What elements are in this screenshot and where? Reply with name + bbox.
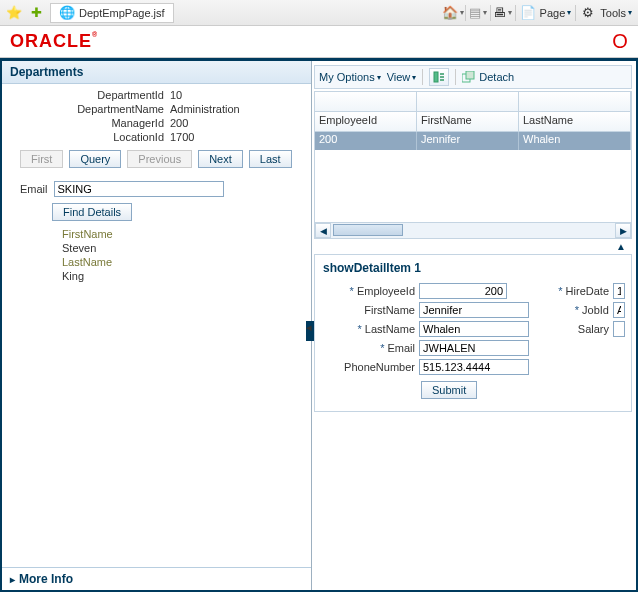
scroll-thumb[interactable] — [333, 224, 403, 236]
scroll-right-icon[interactable]: ▶ — [615, 223, 631, 238]
browser-tab[interactable]: 🌐 DeptEmpPage.jsf — [50, 3, 174, 23]
detach-button[interactable]: Detach — [462, 71, 514, 83]
o-icon: O — [612, 34, 628, 50]
splitter-handle[interactable]: ◂ — [306, 321, 314, 341]
col-last-name[interactable]: LastName — [519, 112, 631, 131]
oracle-logo: ORACLE® — [10, 31, 98, 52]
detail-panel: showDetailItem 1 EmployeeId HireDate Fir… — [314, 254, 632, 412]
email-label-d: Email — [321, 342, 415, 354]
view-menu[interactable]: View — [387, 71, 417, 83]
email-input[interactable] — [54, 181, 224, 197]
firstname-label: FirstName — [2, 227, 311, 241]
collapse-icon[interactable]: ▲ — [314, 239, 632, 252]
previous-button: Previous — [127, 150, 192, 168]
employee-table: EmployeeId FirstName LastName 200 Jennif… — [314, 91, 632, 239]
first-name-input[interactable] — [419, 302, 529, 318]
tools-icon: ⚙ — [580, 5, 596, 21]
email-label: Email — [20, 183, 48, 195]
wrap-icon[interactable] — [429, 68, 449, 86]
last-name-label: LastName — [321, 323, 415, 335]
ie-icon: 🌐 — [59, 5, 75, 21]
firstname-value: Steven — [2, 241, 311, 255]
emp-id-input[interactable] — [419, 283, 507, 299]
phone-label: PhoneNumber — [321, 361, 415, 373]
find-details-button[interactable]: Find Details — [52, 203, 132, 221]
last-name-input[interactable] — [419, 321, 529, 337]
logo-bar: ORACLE® O — [0, 26, 638, 58]
more-info-toggle[interactable]: ▸ More Info — [2, 567, 311, 590]
phone-input[interactable] — [419, 359, 529, 375]
table-toolbar: My Options View Detach — [314, 65, 632, 89]
manager-id-label: ManagerId — [10, 117, 170, 129]
browser-toolbar: ⭐ ✚ 🌐 DeptEmpPage.jsf 🏠 ▤ 🖶 📄 Page ⚙ Too… — [0, 0, 638, 26]
feeds-icon[interactable]: ▤ — [470, 5, 486, 21]
dept-name-value: Administration — [170, 103, 240, 115]
page-icon: 📄 — [520, 5, 536, 21]
home-icon[interactable]: 🏠 — [445, 5, 461, 21]
first-name-label: FirstName — [321, 304, 415, 316]
detail-title: showDetailItem 1 — [323, 261, 625, 275]
location-id-label: LocationId — [10, 131, 170, 143]
hire-date-input[interactable] — [613, 283, 625, 299]
job-id-input[interactable] — [613, 302, 625, 318]
lastname-label: LastName — [2, 255, 311, 269]
col-employee-id[interactable]: EmployeeId — [315, 112, 417, 131]
first-button: First — [20, 150, 63, 168]
job-id-label: JobId — [549, 304, 609, 316]
h-scrollbar[interactable]: ◀ ▶ — [315, 222, 631, 238]
add-icon[interactable]: ✚ — [28, 5, 44, 21]
submit-button[interactable]: Submit — [421, 381, 477, 399]
query-button[interactable]: Query — [69, 150, 121, 168]
svg-rect-2 — [466, 71, 474, 79]
salary-input[interactable] — [613, 321, 625, 337]
emp-id-label: EmployeeId — [321, 285, 415, 297]
favorite-icon[interactable]: ⭐ — [6, 5, 22, 21]
manager-id-value: 200 — [170, 117, 188, 129]
page-menu[interactable]: Page — [540, 7, 572, 19]
col-first-name[interactable]: FirstName — [417, 112, 519, 131]
dept-id-label: DepartmentId — [10, 89, 170, 101]
dept-name-label: DepartmentName — [10, 103, 170, 115]
tab-title: DeptEmpPage.jsf — [79, 7, 165, 19]
left-pane: Departments DepartmentId10 DepartmentNam… — [2, 61, 312, 590]
my-options-menu[interactable]: My Options — [319, 71, 381, 83]
location-id-value: 1700 — [170, 131, 194, 143]
svg-rect-0 — [434, 72, 438, 82]
hire-date-label: HireDate — [549, 285, 609, 297]
dept-id-value: 10 — [170, 89, 182, 101]
scroll-left-icon[interactable]: ◀ — [315, 223, 331, 238]
chevron-right-icon: ▸ — [10, 574, 15, 585]
tools-menu[interactable]: Tools — [600, 7, 632, 19]
app-area: Departments DepartmentId10 DepartmentNam… — [0, 58, 638, 592]
departments-header: Departments — [2, 61, 311, 84]
right-pane: ◂ My Options View Detach EmployeeId Firs… — [312, 61, 636, 590]
last-button[interactable]: Last — [249, 150, 292, 168]
table-header: EmployeeId FirstName LastName — [315, 112, 631, 132]
email-input-d[interactable] — [419, 340, 529, 356]
next-button[interactable]: Next — [198, 150, 243, 168]
salary-label: Salary — [549, 323, 609, 335]
print-icon[interactable]: 🖶 — [495, 5, 511, 21]
table-row[interactable]: 200 Jennifer Whalen — [315, 132, 631, 150]
lastname-value: King — [2, 269, 311, 283]
